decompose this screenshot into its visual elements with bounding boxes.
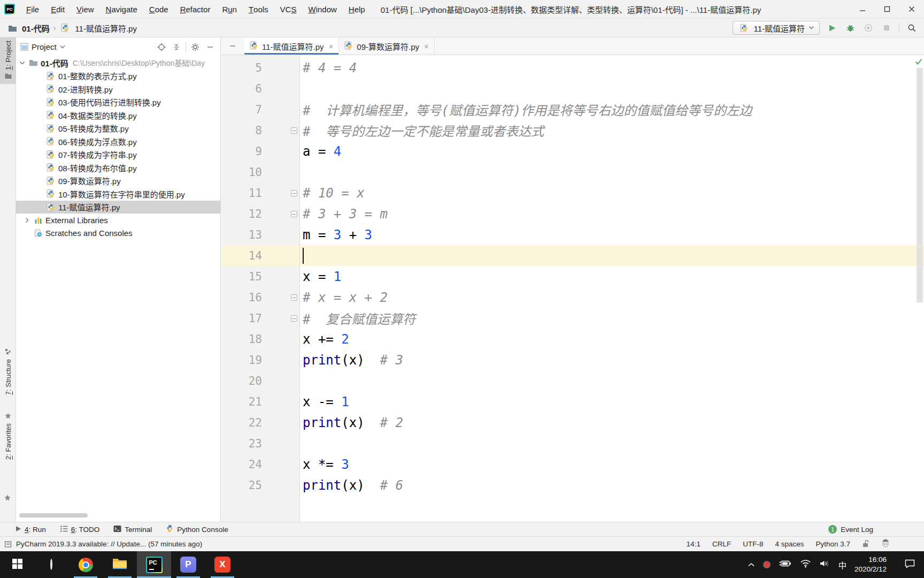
menu-view[interactable]: View: [71, 0, 100, 18]
fold-marker-icon[interactable]: [291, 127, 297, 134]
ime-indicator[interactable]: 中: [838, 559, 846, 571]
screen-record-icon[interactable]: [763, 561, 771, 568]
run-button[interactable]: [826, 22, 838, 34]
menu-edit[interactable]: Edit: [45, 0, 71, 18]
gear-icon[interactable]: [189, 41, 201, 53]
close-tab-icon[interactable]: ×: [424, 42, 429, 51]
tree-file-row[interactable]: 03-使用代码进行进制转换.py: [16, 96, 220, 109]
event-log-button[interactable]: 1 Event Log: [828, 525, 873, 534]
code-line-20[interactable]: 20: [221, 370, 924, 391]
code-line-10[interactable]: 10: [221, 162, 924, 182]
tool-window-button-run[interactable]: 4: Run: [15, 526, 46, 534]
tool-window-button-terminal[interactable]: Terminal: [113, 525, 152, 534]
editor-tab[interactable]: 09-算数运算符.py×: [339, 37, 434, 55]
tree-file-row[interactable]: 01-整数的表示方式.py: [16, 70, 220, 83]
fold-marker-icon[interactable]: [291, 211, 297, 217]
menu-window[interactable]: Window: [302, 0, 342, 18]
fold-marker-icon[interactable]: [291, 190, 297, 196]
close-button[interactable]: [899, 0, 924, 18]
menu-refactor[interactable]: Refactor: [174, 0, 217, 18]
tree-file-row[interactable]: 07-转换成为字符串.py: [16, 148, 220, 162]
code-line-21[interactable]: 21x -= 1: [221, 391, 924, 412]
wifi-icon[interactable]: [800, 559, 811, 570]
locate-file-icon[interactable]: [156, 41, 167, 53]
editor-vertical-scrollbar[interactable]: [917, 68, 923, 302]
lock-icon[interactable]: [862, 539, 869, 549]
tool-window-button-pythonconsole[interactable]: Python Console: [166, 524, 228, 534]
debug-button[interactable]: [844, 22, 856, 34]
run-configuration-select[interactable]: 11-赋值运算符: [733, 21, 820, 35]
code-line-12[interactable]: 12# 3 + 3 = m: [221, 203, 924, 224]
tray-expand-icon[interactable]: [748, 560, 755, 569]
tree-file-row[interactable]: 09-算数运算符.py: [16, 174, 220, 188]
inspections-ok-icon[interactable]: [915, 57, 922, 67]
taskbar-start[interactable]: [0, 551, 34, 578]
tool-window-button-todo[interactable]: 6: TODO: [60, 525, 100, 534]
code-line-7[interactable]: 7# 计算机编程里，等号(赋值运算符)作用是将等号右边的值赋值给等号的左边: [221, 99, 924, 120]
menu-file[interactable]: File: [20, 0, 45, 18]
menu-vcs[interactable]: VCS: [274, 0, 303, 18]
collapse-all-icon[interactable]: [171, 41, 182, 53]
tree-file-row[interactable]: 08-转换成为布尔值.py: [16, 161, 220, 174]
code-line-14[interactable]: 14: [221, 245, 924, 266]
code-editor[interactable]: 5# 4 = 467# 计算机编程里，等号(赋值运算符)作用是将等号右边的值赋值…: [221, 55, 924, 522]
tree-external-libraries-row[interactable]: External Libraries: [16, 214, 220, 227]
code-line-24[interactable]: 24x *= 3: [221, 454, 924, 475]
action-center-icon[interactable]: [904, 559, 915, 571]
hide-tabs-icon[interactable]: [221, 37, 244, 55]
tree-file-row[interactable]: 02-进制转换.py: [16, 82, 220, 96]
code-line-5[interactable]: 5# 4 = 4: [221, 57, 924, 78]
close-tab-icon[interactable]: ×: [329, 42, 334, 51]
tree-file-row[interactable]: 04-数据类型的转换.py: [16, 109, 220, 122]
fold-marker-icon[interactable]: [291, 315, 297, 322]
code-line-15[interactable]: 15x = 1: [221, 266, 924, 287]
chevron-down-icon[interactable]: [16, 60, 28, 66]
taskbar-cortana[interactable]: [34, 551, 68, 578]
menu-navigate[interactable]: Navigate: [100, 0, 143, 18]
code-line-22[interactable]: 22print(x) # 2: [221, 412, 924, 433]
status-message[interactable]: PyCharm 2019.3.3 available: // Update...…: [16, 540, 202, 548]
menu-run[interactable]: Run: [216, 0, 243, 18]
stripe-project[interactable]: 1: Project: [0, 37, 16, 84]
code-line-16[interactable]: 16# x = x + 2: [221, 287, 924, 308]
code-line-23[interactable]: 23: [221, 433, 924, 454]
tree-file-row[interactable]: 06-转换成为浮点数.py: [16, 135, 220, 148]
taskbar-clock[interactable]: 16:06 2020/2/12: [854, 555, 887, 574]
project-panel-title[interactable]: Project: [32, 42, 57, 51]
code-line-8[interactable]: 8# 等号的左边一定不能是常量或者表达式: [221, 120, 924, 141]
menu-tools[interactable]: Tools: [243, 0, 274, 18]
tree-file-row[interactable]: 11-赋值运算符.py: [16, 201, 220, 214]
taskbar-explorer[interactable]: [103, 551, 137, 578]
code-line-9[interactable]: 9a = 4: [221, 141, 924, 162]
code-line-18[interactable]: 18x += 2: [221, 329, 924, 349]
hector-icon[interactable]: [881, 539, 890, 549]
menu-help[interactable]: Help: [343, 0, 371, 18]
menu-code[interactable]: Code: [143, 0, 174, 18]
project-horizontal-scrollbar[interactable]: [19, 513, 88, 518]
volume-icon[interactable]: [819, 559, 830, 570]
tree-file-row[interactable]: 05-转换成为整数.py: [16, 122, 220, 135]
fold-marker-icon[interactable]: [291, 294, 297, 301]
code-line-19[interactable]: 19print(x) # 3: [221, 349, 924, 370]
taskbar-p-app[interactable]: P: [171, 551, 205, 578]
status-item[interactable]: 4 spaces: [775, 540, 804, 548]
status-item[interactable]: CRLF: [712, 540, 731, 548]
tree-file-row[interactable]: 10-算数运算符在字符串里的使用.py: [16, 187, 220, 201]
breadcrumb-file[interactable]: 11-赋值运算符.py: [75, 22, 137, 34]
editor-tab[interactable]: 11-赋值运算符.py×: [244, 37, 339, 55]
taskbar-chrome[interactable]: [68, 551, 103, 578]
tree-scratches-row[interactable]: Scratches and Consoles: [16, 227, 220, 240]
stripe-favorites[interactable]: 2: Favorites: [0, 409, 16, 463]
code-line-17[interactable]: 17# 复合赋值运算符: [221, 308, 924, 329]
battery-icon[interactable]: [779, 560, 792, 569]
status-item[interactable]: Python 3.7: [815, 540, 850, 548]
taskbar-pycharm[interactable]: PC: [137, 551, 171, 578]
tree-root-row[interactable]: 01-代码C:\Users\chris\Desktop\Python基础\Day: [16, 56, 220, 70]
status-item[interactable]: 14:1: [687, 540, 700, 548]
code-line-11[interactable]: 11# 10 = x: [221, 182, 924, 203]
favorites-star-icon[interactable]: [4, 493, 11, 503]
chevron-down-icon[interactable]: [60, 45, 65, 49]
stripe-structure[interactable]: 7: Structure: [0, 345, 16, 398]
taskbar-xmind[interactable]: X: [205, 551, 240, 578]
status-item[interactable]: UTF-8: [743, 540, 763, 548]
